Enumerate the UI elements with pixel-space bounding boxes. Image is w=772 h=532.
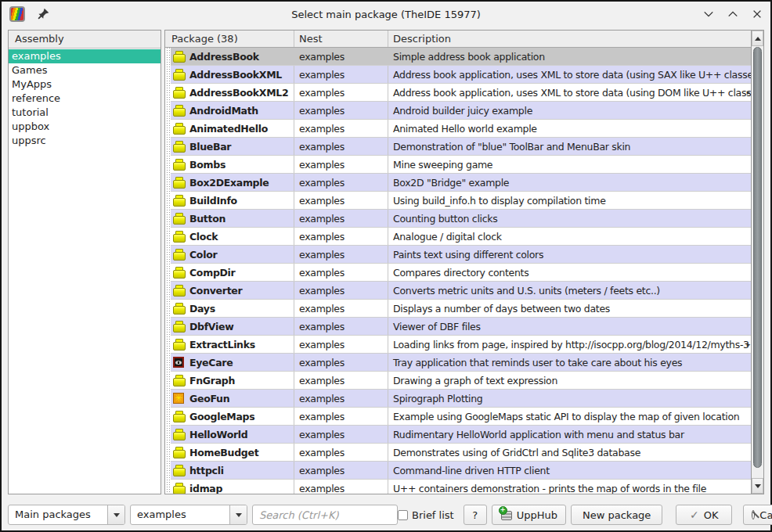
table-row[interactable]: CompDir examples Compares directory cont… — [165, 264, 751, 282]
assembly-item[interactable]: uppbox — [9, 120, 161, 134]
package-name: AnimatedHello — [189, 123, 268, 135]
upphub-button[interactable]: UppHub — [492, 505, 566, 525]
package-nest: examples — [294, 318, 388, 335]
table-row[interactable]: FnGraph examples Drawing a graph of text… — [165, 372, 751, 390]
column-header-nest[interactable]: Nest — [294, 31, 388, 47]
scroll-down-button[interactable] — [752, 478, 763, 494]
assembly-item[interactable]: reference — [9, 92, 161, 106]
table-row[interactable]: AddressBookXML2 examples Address book ap… — [165, 84, 751, 102]
assembly-item[interactable]: tutorial — [9, 106, 161, 120]
table-row[interactable]: HelloWorld examples Rudimentary HelloWor… — [165, 426, 751, 444]
table-row[interactable]: AddressBook examples Simple address book… — [165, 48, 751, 66]
table-row[interactable]: HomeBudget examples Demonstrates using o… — [165, 444, 751, 462]
assembly-list: examples Games MyApps reference tutorial… — [9, 49, 161, 148]
package-description: Compares directory contents — [388, 264, 751, 281]
table-row[interactable]: AnimatedHello examples Animated Hello wo… — [165, 120, 751, 138]
package-description: Displays a number of days between two da… — [388, 300, 751, 317]
package-description: Address book application, uses XML to st… — [388, 66, 751, 83]
table-row[interactable]: BuildInfo examples Using build_info.h to… — [165, 192, 751, 210]
package-nest: examples — [294, 138, 388, 155]
dropdown-button[interactable] — [229, 505, 247, 524]
table-row[interactable]: DbfView examples Viewer of DBF files — [165, 318, 751, 336]
package-name: BlueBar — [189, 141, 231, 153]
package-description: Loading links from page, inspired by htt… — [388, 336, 751, 353]
cancel-button[interactable]: Cancel — [743, 505, 772, 525]
package-name: DbfView — [189, 321, 233, 332]
shade-window-icon[interactable] — [702, 9, 714, 20]
package-name: idmap — [189, 483, 222, 494]
ok-label: OK — [704, 509, 719, 521]
table-row[interactable]: Color examples Paints text using differe… — [165, 246, 751, 264]
assembly-item[interactable]: uppsrc — [9, 134, 161, 148]
package-nest: examples — [294, 336, 388, 353]
package-name: Color — [189, 249, 217, 261]
triangle-down-icon — [755, 484, 761, 491]
package-icon — [172, 392, 185, 404]
table-row[interactable]: EyeCare examples Tray application that r… — [165, 354, 751, 372]
column-header-package[interactable]: Package (38) — [165, 31, 294, 47]
package-name: EyeCare — [189, 357, 233, 368]
package-name: CompDir — [189, 267, 235, 279]
package-icon — [172, 482, 185, 494]
table-row[interactable]: Converter examples Converts metric units… — [165, 282, 751, 300]
table-row[interactable]: AddressBookXML examples Address book app… — [165, 66, 751, 84]
package-name: AddressBook — [189, 51, 259, 63]
assembly-item[interactable]: MyApps — [9, 77, 161, 92]
table-row[interactable]: ExtractLinks examples Loading links from… — [165, 336, 751, 354]
package-description: Mine sweeping game — [388, 156, 751, 173]
package-icon — [172, 86, 185, 99]
package-name: BuildInfo — [189, 195, 237, 207]
package-nest: examples — [294, 444, 388, 461]
package-description: Tray application that reminds user to ta… — [388, 354, 751, 371]
package-nest: examples — [294, 480, 388, 494]
table-row[interactable]: AndroidMath examples Android builder jui… — [165, 102, 751, 120]
chevron-down-icon — [114, 513, 120, 520]
close-window-icon[interactable] — [751, 9, 763, 20]
table-row[interactable]: Bombs examples Mine sweeping game — [165, 156, 751, 174]
pushpin-icon[interactable] — [36, 7, 50, 21]
main-packages-select[interactable]: Main packages — [8, 505, 125, 525]
table-row[interactable]: httpcli examples Command-line driven HTT… — [165, 462, 751, 480]
dropdown-button[interactable] — [107, 505, 124, 524]
table-row[interactable]: Box2DExample examples Box2D "Bridge" exa… — [165, 174, 751, 192]
table-row[interactable]: GoogleMaps examples Example using Google… — [165, 408, 751, 426]
package-icon — [172, 338, 185, 350]
package-description: Analogue / digital clock — [388, 228, 751, 245]
package-description: Spirograph Plotting — [388, 390, 751, 407]
column-header-description[interactable]: Description — [388, 31, 751, 47]
table-row[interactable]: Clock examples Analogue / digital clock — [165, 228, 751, 246]
title-bar: Select main package (TheIDE 15977) — [2, 2, 770, 27]
vertical-scrollbar[interactable] — [751, 31, 763, 494]
package-description: Drawing a graph of text expression — [388, 372, 751, 389]
package-description: Viewer of DBF files — [388, 318, 751, 335]
table-row[interactable]: BlueBar examples Demonstration of "blue"… — [165, 138, 751, 156]
table-row[interactable]: Button examples Counting button clicks — [165, 210, 751, 228]
ok-button[interactable]: ✓ OK — [676, 505, 732, 525]
new-package-button[interactable]: New package — [571, 505, 662, 525]
package-nest: examples — [294, 102, 388, 119]
table-row[interactable]: Days examples Displays a number of days … — [165, 300, 751, 318]
scrollbar-thumb[interactable] — [753, 47, 762, 468]
table-row[interactable]: GeoFun examples Spirograph Plotting — [165, 390, 751, 408]
chevron-down-icon — [236, 513, 242, 520]
assembly-item[interactable]: Games — [9, 63, 161, 77]
maximize-window-icon[interactable] — [727, 9, 738, 20]
package-description: Converts metric units and U.S. units (me… — [388, 282, 751, 299]
package-name: Days — [189, 303, 215, 315]
package-name: Converter — [189, 285, 242, 297]
package-icon — [172, 446, 185, 458]
assembly-select[interactable]: examples — [130, 505, 247, 525]
scroll-up-button[interactable] — [752, 31, 763, 46]
package-name: Box2DExample — [189, 177, 269, 189]
package-nest: examples — [294, 246, 388, 263]
table-row[interactable]: idmap examples U++ containers demonstrat… — [165, 480, 751, 494]
package-icon — [172, 212, 185, 225]
package-nest: examples — [294, 372, 388, 389]
package-name: Button — [189, 213, 225, 225]
search-input[interactable] — [252, 505, 398, 525]
assembly-item[interactable]: examples — [9, 49, 161, 63]
brief-list-checkbox-group[interactable]: Brief list — [398, 509, 454, 521]
grid-header: Package (38) Nest Description — [165, 31, 751, 48]
brief-list-checkbox[interactable] — [398, 510, 408, 520]
help-button[interactable]: ? — [464, 505, 487, 525]
